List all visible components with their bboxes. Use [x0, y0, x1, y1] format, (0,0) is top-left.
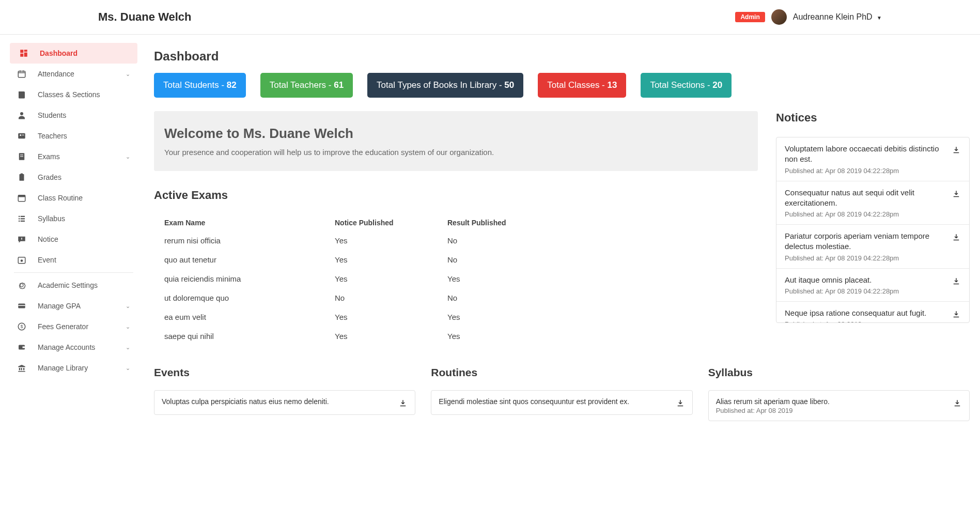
notice-item[interactable]: Pariatur corporis aperiam veniam tempore…: [776, 225, 969, 269]
download-icon[interactable]: [676, 399, 685, 408]
sidebar-item-attendance[interactable]: Attendance⌄: [8, 64, 139, 84]
sidebar-item-fees-generator[interactable]: $Fees Generator⌄: [8, 316, 139, 337]
svg-rect-25: [21, 238, 22, 240]
download-icon[interactable]: [952, 146, 961, 155]
item-title: Alias rerum sit aperiam quae libero.: [716, 397, 947, 407]
chevron-down-icon: ⌄: [126, 71, 130, 78]
download-icon[interactable]: [953, 399, 962, 408]
exam-result: No: [447, 255, 748, 264]
notice-title: Pariatur corporis aperiam veniam tempore…: [785, 231, 946, 252]
download-icon[interactable]: [398, 399, 408, 408]
exam-result: Yes: [447, 313, 748, 321]
stat-card-2[interactable]: Total Types of Books In Library - 50: [367, 73, 523, 98]
clipboard-icon: [17, 173, 26, 182]
table-row: saepe qui nihilYesYes: [154, 327, 758, 346]
sidebar-item-manage-accounts[interactable]: Manage Accounts⌄: [8, 337, 139, 358]
sidebar-item-grades[interactable]: Grades: [8, 167, 139, 188]
exam-notice: Yes: [335, 313, 447, 321]
sidebar-item-students[interactable]: Students: [8, 105, 139, 126]
sidebar-item-classes-sections[interactable]: Classes & Sections: [8, 84, 139, 105]
svg-rect-4: [18, 71, 25, 78]
chevron-down-icon: ⌄: [126, 303, 130, 310]
sidebar-item-label: Manage Accounts: [38, 343, 95, 351]
col-header-result: Result Published: [447, 219, 748, 227]
username-dropdown[interactable]: Audreanne Klein PhD ▼: [793, 12, 882, 22]
notice-item[interactable]: Consequatur natus aut sequi odit velit e…: [776, 181, 969, 225]
caret-down-icon: ▼: [877, 15, 882, 21]
stat-value: 82: [227, 80, 237, 90]
syllabus-list[interactable]: Alias rerum sit aperiam quae libero.Publ…: [708, 390, 970, 421]
sidebar-item-notice[interactable]: Notice: [8, 229, 139, 250]
calendar-icon: [17, 69, 26, 79]
svg-rect-38: [954, 317, 959, 318]
stat-card-0[interactable]: Total Students - 82: [154, 73, 246, 98]
notice-item[interactable]: Aut itaque omnis placeat.Published at: A…: [776, 269, 969, 302]
sidebar-item-syllabus[interactable]: Syllabus: [8, 208, 139, 229]
download-icon[interactable]: [952, 233, 961, 242]
notice-title: Neque ipsa ratione consequatur aut fugit…: [785, 308, 946, 318]
item-title: Eligendi molestiae sint quos consequuntu…: [439, 397, 670, 407]
notice-item[interactable]: Voluptatem labore occaecati debitis dist…: [776, 137, 969, 181]
list-item[interactable]: Alias rerum sit aperiam quae libero.Publ…: [709, 391, 969, 421]
svg-point-10: [20, 134, 21, 136]
list-item[interactable]: Eligendi molestiae sint quos consequuntu…: [431, 391, 692, 414]
events-list[interactable]: Voluptas culpa perspiciatis natus eius n…: [154, 390, 415, 415]
item-date: Published at: Apr 08 2019: [716, 407, 947, 414]
stat-card-1[interactable]: Total Teachers - 61: [260, 73, 353, 98]
routines-list[interactable]: Eligendi molestiae sint quos consequuntu…: [431, 390, 692, 415]
notice-list[interactable]: Voluptatem labore occaecati debitis dist…: [776, 137, 970, 323]
stat-card-4[interactable]: Total Sections - 20: [641, 73, 732, 98]
sidebar-item-class-routine[interactable]: Class Routine: [8, 188, 139, 208]
notice-title: Consequatur natus aut sequi odit velit e…: [785, 188, 946, 209]
notice-title: Aut itaque omnis placeat.: [785, 275, 946, 285]
sidebar-item-label: Dashboard: [40, 49, 77, 57]
exam-result: No: [447, 236, 748, 245]
notice-title: Voluptatem labore occaecati debitis dist…: [785, 144, 946, 165]
avatar[interactable]: [771, 9, 787, 25]
svg-rect-33: [23, 347, 25, 348]
stat-label: Total Types of Books In Library -: [377, 80, 504, 90]
sidebar-item-event[interactable]: Event: [8, 250, 139, 270]
admin-badge: Admin: [735, 12, 765, 22]
stat-label: Total Classes -: [547, 80, 607, 90]
sidebar-item-manage-gpa[interactable]: Manage GPA⌄: [8, 296, 139, 316]
svg-text:$: $: [21, 324, 23, 329]
exam-result: Yes: [447, 332, 748, 341]
item-title: Voluptas culpa perspiciatis natus eius n…: [162, 397, 393, 407]
stat-card-3[interactable]: Total Classes - 13: [538, 73, 626, 98]
welcome-box: Welcome to Ms. Duane Welch Your presence…: [154, 111, 758, 171]
svg-point-8: [20, 112, 23, 115]
svg-rect-14: [20, 156, 23, 157]
welcome-text: Your presence and cooperation will help …: [164, 148, 748, 157]
sidebar-item-teachers[interactable]: Teachers: [8, 126, 139, 146]
download-icon[interactable]: [952, 190, 961, 199]
svg-rect-1: [24, 50, 27, 52]
sidebar-item-manage-library[interactable]: Manage Library⌄: [8, 358, 139, 378]
list-item[interactable]: Voluptas culpa perspiciatis natus eius n…: [154, 391, 415, 414]
svg-rect-16: [21, 174, 23, 175]
user-area: Admin Audreanne Klein PhD ▼: [735, 9, 882, 25]
notices-title: Notices: [776, 111, 970, 125]
routines-title: Routines: [431, 366, 692, 379]
notice-date: Published at: Apr 08 2019 04:22:28pm: [785, 287, 946, 295]
sidebar-item-academic-settings[interactable]: Academic Settings: [8, 275, 139, 296]
col-header-name: Exam Name: [164, 219, 335, 227]
notice-date: Published at: Apr 08 2019 04:22:28pm: [785, 254, 946, 262]
notice-item[interactable]: Neque ipsa ratione consequatur aut fugit…: [776, 302, 969, 323]
download-icon[interactable]: [952, 277, 961, 286]
svg-rect-29: [18, 305, 25, 306]
wallet-icon: [17, 343, 26, 352]
stats-row: Total Students - 82Total Teachers - 61To…: [154, 73, 970, 98]
syllabus-section: Syllabus Alias rerum sit aperiam quae li…: [708, 366, 970, 421]
sidebar-item-dashboard[interactable]: Dashboard: [10, 43, 137, 64]
svg-rect-20: [21, 216, 25, 217]
stat-label: Total Sections -: [650, 80, 712, 90]
exam-notice: Yes: [335, 255, 447, 264]
stat-value: 13: [607, 80, 617, 90]
svg-point-27: [21, 259, 23, 262]
notice-date: Published at: Apr 08 2019 04:22:28pm: [785, 210, 946, 218]
svg-rect-3: [20, 54, 23, 57]
download-icon[interactable]: [952, 310, 961, 319]
routines-section: Routines Eligendi molestiae sint quos co…: [431, 366, 692, 421]
sidebar-item-exams[interactable]: Exams⌄: [8, 146, 139, 167]
